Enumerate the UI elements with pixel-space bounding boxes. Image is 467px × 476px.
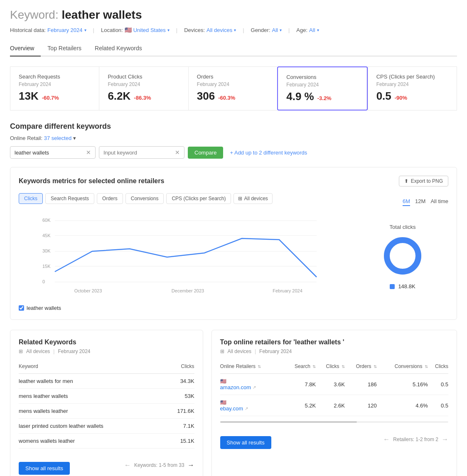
export-icon: ⬆: [404, 178, 408, 184]
tab-top-retailers[interactable]: Top Retailers: [41, 42, 88, 56]
metric-period: February 2024: [286, 82, 358, 88]
export-button[interactable]: ⬆ Export to PNG: [399, 176, 448, 186]
chart-header: Keywords metrics for selected online ret…: [19, 176, 448, 186]
gender-label: Gender:: [251, 27, 270, 33]
compare-button[interactable]: Compare: [188, 147, 223, 159]
retailer-flag: 🇺🇸: [220, 400, 226, 405]
historical-value[interactable]: February 2024: [47, 27, 83, 33]
donut-value: 148.8K: [398, 283, 415, 290]
location-label: Location:: [101, 27, 123, 33]
time-12m[interactable]: 12M: [415, 198, 425, 206]
scrollbar-thumb: [220, 421, 357, 423]
bottom-panels: Related Keywords ⊞ All devices | Februar…: [10, 330, 457, 476]
location-value[interactable]: United States: [133, 27, 166, 33]
metrics-row: Search Requests February 2024 13K -60.7%…: [10, 66, 457, 110]
search-cell: 5.2K: [283, 395, 316, 416]
clicks-cell: 3.6K: [316, 374, 345, 395]
page-title: Keyword: leather wallets: [10, 8, 457, 22]
keyword1-clear-btn[interactable]: ✕: [86, 149, 91, 156]
metric-label: Orders: [197, 74, 269, 80]
col-cps: Clicks: [428, 361, 448, 374]
col-orders: Orders ⇅: [345, 361, 377, 374]
donut-label: Total clicks: [390, 224, 416, 230]
col-clicks: Clicks ⇅: [316, 361, 345, 374]
orders-cell: 120: [345, 395, 377, 416]
legend-checkbox[interactable]: [19, 305, 24, 311]
legend-item[interactable]: leather wallets: [19, 305, 61, 311]
title-keyword: leather wallets: [62, 8, 142, 21]
add-keywords-link[interactable]: + Add up to 2 different keywords: [230, 150, 307, 156]
table-row: mens leather wallets 53K: [19, 389, 194, 404]
chart-tab-orders[interactable]: Orders: [97, 193, 123, 204]
keyword1-input[interactable]: [15, 150, 84, 156]
metric-conversions: Conversions February 2024 4.9 % -3.2%: [277, 66, 367, 110]
metric-search-requests: Search Requests February 2024 13K -60.7%: [10, 66, 99, 110]
donut-legend: 148.8K: [390, 283, 415, 290]
devices-filter[interactable]: Devices: All devices ▾: [184, 27, 236, 33]
orders-cell: 186: [345, 374, 377, 395]
retailer-cell: 🇺🇸 ebay.com ↗: [220, 395, 283, 416]
chart-tab-clicks[interactable]: Clicks: [19, 193, 43, 204]
age-filter[interactable]: Age: All ▾: [296, 27, 319, 33]
chart-tab-cps[interactable]: CPS (Clicks per Search): [166, 193, 231, 204]
keyword1-input-wrap: ✕: [10, 146, 96, 159]
gender-value[interactable]: All: [272, 27, 278, 33]
keyword-cell: leather wallets for men: [19, 374, 165, 389]
related-keywords-footer: Show all results ← Keywords: 1-5 from 33…: [19, 455, 194, 475]
search-cell: 7.8K: [283, 374, 316, 395]
retailer-flag: 🇺🇸: [220, 378, 226, 384]
keyword2-clear-btn[interactable]: ✕: [175, 149, 180, 156]
devices-filter-chart[interactable]: ⊞ All devices: [234, 193, 272, 204]
location-caret: ▾: [167, 28, 170, 32]
scrollbar[interactable]: [220, 421, 448, 423]
retailer-link[interactable]: amazon.com ↗: [220, 384, 283, 390]
donut-chart: [382, 235, 423, 277]
sep1: |: [93, 27, 94, 33]
keyword-cell: womens wallets leather: [19, 434, 165, 449]
devices-value[interactable]: All devices: [206, 27, 232, 33]
time-alltime[interactable]: All time: [430, 198, 448, 206]
retailers-next-btn[interactable]: →: [442, 436, 448, 443]
chart-section: Keywords metrics for selected online ret…: [10, 167, 457, 320]
keyword-cell: mens leather wallets: [19, 389, 165, 404]
table-row: 🇺🇸 ebay.com ↗ 5.2K 2.6K 120 4.6% 0.5: [220, 395, 448, 416]
svg-text:December 2023: December 2023: [172, 288, 204, 293]
age-value[interactable]: All: [309, 27, 315, 33]
retailers-prev-btn[interactable]: ←: [383, 436, 390, 443]
svg-text:October 2023: October 2023: [74, 288, 102, 293]
tab-overview[interactable]: Overview: [10, 42, 41, 56]
donut-area: Total clicks 148.8K: [357, 216, 448, 311]
next-page-btn[interactable]: →: [188, 461, 194, 469]
location-filter[interactable]: Location: 🇺🇸 United States ▾: [101, 27, 170, 33]
top-retailers-show-btn[interactable]: Show all results: [220, 436, 271, 449]
chart-title: Keywords metrics for selected online ret…: [19, 177, 164, 185]
metric-value: 4.9 % -3.2%: [286, 90, 358, 103]
metric-value: 306 -60.3%: [197, 90, 269, 103]
related-keywords-title: Related Keywords: [19, 339, 194, 346]
table-row: leather wallets for men 34.3K: [19, 374, 194, 389]
gender-filter[interactable]: Gender: All ▾: [251, 27, 282, 33]
metric-label: Product Clicks: [108, 74, 179, 80]
compare-subtitle: Online Retail: 37 selected ▾: [10, 135, 457, 141]
related-keywords-show-btn[interactable]: Show all results: [19, 462, 70, 475]
metric-value: 13K -60.7%: [19, 90, 91, 103]
filters-bar: Historical data: February 2024 ▾ | Locat…: [10, 27, 457, 33]
compare-selected[interactable]: 37 selected: [44, 135, 72, 141]
prev-page-btn[interactable]: ←: [124, 461, 131, 469]
time-6m[interactable]: 6M: [403, 198, 410, 206]
chart-tab-search-requests[interactable]: Search Requests: [45, 193, 94, 204]
svg-text:15K: 15K: [42, 264, 51, 269]
top-retailers-title: Top online retailers for 'leather wallet…: [220, 339, 448, 346]
tab-related-keywords[interactable]: Related Keywords: [88, 42, 149, 56]
clicks-cell: 15.1K: [165, 434, 194, 449]
svg-text:30K: 30K: [42, 248, 51, 253]
retailer-cell: 🇺🇸 amazon.com ↗: [220, 374, 283, 395]
chart-tab-conversions[interactable]: Conversions: [125, 193, 164, 204]
metric-period: February 2024: [19, 81, 91, 87]
keyword-cell: mens wallets leather: [19, 404, 165, 419]
historical-filter[interactable]: Historical data: February 2024 ▾: [10, 27, 86, 33]
top-retailers-table: Online Retailers ⇅ Search ⇅ Clicks ⇅ Ord…: [220, 361, 448, 416]
keyword2-input[interactable]: [103, 150, 173, 156]
retailer-link[interactable]: ebay.com ↗: [220, 405, 283, 412]
metric-value: 6.2K -86.3%: [108, 90, 179, 103]
